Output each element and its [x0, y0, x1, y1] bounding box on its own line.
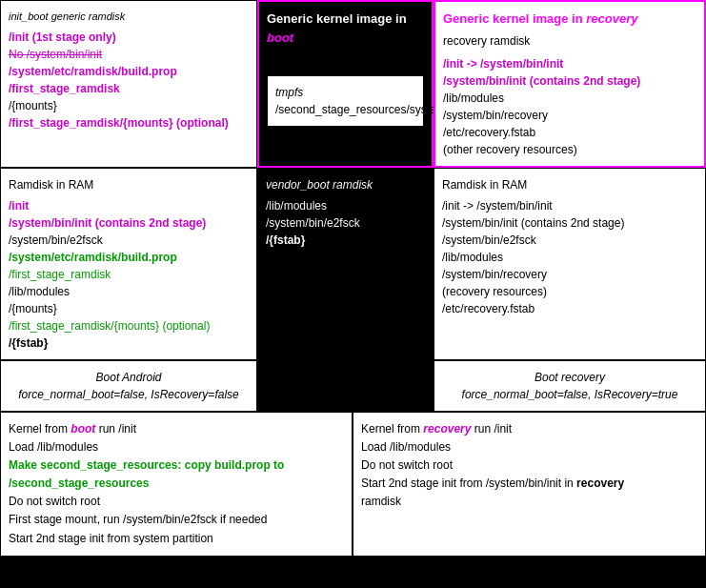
ramdisk-ram-label-right: Ramdisk in RAM: [442, 176, 697, 193]
load-modules-bl: Load /lib/modules: [9, 438, 344, 456]
bottom-left-cell: Kernel from boot run /init Load /lib/mod…: [0, 412, 353, 557]
e2fsck-left: /system/bin/e2fsck: [9, 232, 249, 249]
top-right-title: Generic kernel image in recovery: [443, 10, 696, 29]
lib-modules-right: /lib/modules: [442, 249, 697, 266]
vendor-boot-label: vendor_boot ramdisk: [266, 176, 425, 193]
ramdisk-buildprop-green: /system/etc/ramdisk/build.prop: [9, 249, 249, 266]
init-recovery-arrow: /init -> /system/bin/init: [443, 55, 696, 72]
no-switch-root-bl: Do not switch root: [9, 493, 344, 511]
boot-left-cell: Boot Android force_normal_boot=false, Is…: [0, 360, 257, 412]
ramdisk-br: ramdisk: [361, 493, 697, 511]
sysbin-init-right: /system/bin/init (contains 2nd stage): [442, 214, 697, 232]
lib-modules-r: /lib/modules: [443, 90, 696, 107]
tmpfs-label: tmpfs: [275, 84, 415, 101]
boot-recovery-label: Boot recovery: [442, 369, 697, 386]
init-arrow-right: /init -> /system/bin/init: [442, 197, 697, 214]
first-stage-optional-green: /first_stage_ramdisk/{mounts} (optional): [9, 317, 249, 335]
recovery-resources-right: (recovery resources): [442, 283, 697, 300]
etc-recovery-fstab-right: /etc/recovery.fstab: [442, 300, 697, 317]
boot-recovery-params: force_normal_boot=false, IsRecovery=true: [442, 386, 697, 403]
fstab-vc: /{fstab}: [266, 232, 425, 249]
sysbin-recovery-right: /system/bin/recovery: [442, 266, 697, 283]
top-right-cell: Generic kernel image in recovery recover…: [434, 0, 706, 168]
ramdisk-build-prop-line: /system/etc/ramdisk/build.prop: [9, 63, 249, 80]
bottom-row: Kernel from boot run /init Load /lib/mod…: [0, 412, 706, 557]
mid-right-cell: Ramdisk in RAM /init -> /system/bin/init…: [434, 168, 706, 360]
first-stage-ramdisk-line: /first_stage_ramdisk: [9, 80, 249, 97]
sysbin-init-2nd: /system/bin/init (contains 2nd stage): [443, 72, 696, 90]
tmpfs-path: /second_stage_resources/system/etc/ramdi…: [275, 101, 415, 118]
init-line: /init (1st stage only): [9, 29, 249, 46]
tmpfs-box: tmpfs /second_stage_resources/system/etc…: [267, 75, 424, 127]
start-2nd-stage-bl: Start 2nd stage init from system partiti…: [9, 530, 344, 548]
top-center-cell: Generic kernel image in boot tmpfs /seco…: [257, 0, 434, 168]
mid-center-cell: vendor_boot ramdisk /lib/modules /system…: [257, 168, 434, 360]
first-stage-mount-bl: First stage mount, run /system/bin/e2fsc…: [9, 511, 344, 529]
do-not-switch-root-br: Do not switch root: [361, 456, 697, 475]
init-bold: /init: [9, 197, 249, 214]
sysbin-recovery: /system/bin/recovery: [443, 107, 696, 124]
load-modules-br: Load /lib/modules: [361, 438, 697, 456]
ramdisk-ram-label-left: Ramdisk in RAM: [9, 176, 249, 193]
lib-modules-left: /lib/modules: [9, 283, 249, 300]
first-stage-optional-line: /first_stage_ramdisk/{mounts} (optional): [9, 114, 249, 132]
no-sysbin-line: No /system/bin/init: [9, 46, 249, 63]
first-stage-green: /first_stage_ramdisk: [9, 266, 249, 283]
top-center-title: Generic kernel image in boot: [267, 10, 424, 47]
bottom-right-cell: Kernel from recovery run /init Load /lib…: [353, 412, 706, 557]
kernel-recovery-title: Kernel from recovery run /init: [361, 420, 697, 438]
main-grid: init_boot generic ramdisk /init (1st sta…: [0, 0, 706, 412]
sysbin-init-2nd-left: /system/bin/init (contains 2nd stage): [9, 214, 249, 232]
boot-center-spacer: [257, 360, 434, 412]
mid-left-cell: Ramdisk in RAM /init /system/bin/init (c…: [0, 168, 257, 360]
mounts-line: /{mounts}: [9, 97, 249, 114]
etc-recovery-fstab: /etc/recovery.fstab: [443, 124, 696, 141]
e2fsck-vc: /system/bin/e2fsck: [266, 214, 425, 232]
start-2nd-stage-br: Start 2nd stage init from /system/bin/in…: [361, 475, 697, 493]
recovery-ramdisk: recovery ramdisk: [443, 32, 696, 50]
fstab-left: /{fstab}: [9, 335, 249, 352]
mounts-left: /{mounts}: [9, 300, 249, 317]
e2fsck-right: /system/bin/e2fsck: [442, 232, 697, 249]
kernel-boot-title: Kernel from boot run /init: [9, 420, 344, 438]
boot-right-cell: Boot recovery force_normal_boot=false, I…: [434, 360, 706, 412]
other-recovery: (other recovery resources): [443, 141, 696, 158]
lib-modules-vc: /lib/modules: [266, 197, 425, 214]
top-left-cell: init_boot generic ramdisk /init (1st sta…: [0, 0, 257, 168]
init-boot-label: init_boot generic ramdisk: [9, 9, 249, 25]
make-second-stage: Make second_stage_resources: copy build.…: [9, 456, 344, 493]
boot-android-label: Boot Android: [9, 369, 249, 386]
boot-android-params: force_normal_boot=false, IsRecovery=fals…: [9, 386, 249, 403]
